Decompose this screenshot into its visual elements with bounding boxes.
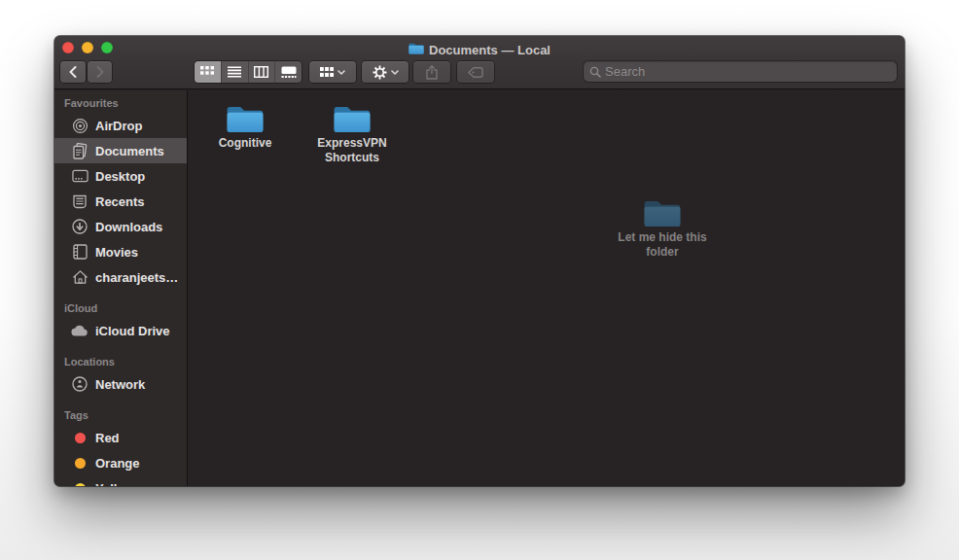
title-folder-icon — [408, 42, 424, 57]
documents-icon — [71, 142, 89, 159]
list-view-icon — [228, 66, 241, 78]
sidebar-item-label: iCloud Drive — [95, 324, 170, 338]
sidebar-item-network[interactable]: Network — [54, 371, 187, 397]
gear-icon — [373, 65, 387, 80]
folder-icon — [643, 197, 682, 228]
file-name: Let me hide this folder — [612, 230, 713, 260]
yellow-tag-icon — [71, 479, 89, 486]
magnifier-icon — [589, 66, 601, 78]
sidebar-item-airdrop[interactable]: AirDrop — [54, 113, 187, 138]
file-name: Cognitive — [219, 136, 272, 151]
minimize-button[interactable] — [82, 42, 93, 53]
column-view-icon — [254, 66, 268, 78]
folder-icon — [333, 103, 372, 133]
home-icon — [71, 268, 89, 286]
icon-view-button[interactable] — [195, 61, 221, 83]
sidebar-item-label: Documents — [95, 144, 164, 158]
sidebar-section-favourites: Favourites — [54, 96, 187, 113]
file-browser-area[interactable]: Cognitive ExpressVPN Shortcuts Let me hi… — [189, 90, 905, 486]
close-button[interactable] — [62, 42, 74, 53]
sidebar-item-recents[interactable]: Recents — [54, 189, 187, 214]
sidebar-item-label: Yellow — [95, 481, 134, 487]
sidebar-tag-yellow[interactable]: Yellow — [54, 475, 187, 486]
sidebar-item-movies[interactable]: Movies — [54, 239, 187, 264]
window-title: Documents — Local — [429, 43, 551, 57]
sidebar: Favourites AirDrop — [54, 90, 188, 486]
view-switcher — [195, 61, 302, 83]
sidebar-item-icloud-drive[interactable]: iCloud Drive — [54, 318, 187, 343]
back-button[interactable] — [60, 61, 86, 83]
chevron-down-icon — [391, 70, 399, 75]
airdrop-icon — [71, 117, 89, 134]
group-by-dropdown[interactable] — [309, 61, 356, 83]
chevron-left-icon — [69, 66, 77, 78]
file-name: ExpressVPN Shortcuts — [302, 136, 403, 165]
column-view-button[interactable] — [248, 61, 275, 83]
sidebar-item-downloads[interactable]: Downloads — [54, 214, 187, 239]
tag-button[interactable] — [457, 61, 494, 83]
recents-icon — [71, 192, 89, 210]
movies-icon — [71, 243, 89, 261]
gallery-view-icon — [281, 66, 297, 78]
share-icon — [426, 65, 438, 80]
cloud-icon — [71, 322, 89, 339]
sidebar-tag-orange[interactable]: Orange — [54, 450, 187, 475]
sidebar-item-label: Downloads — [95, 220, 162, 234]
finder-window: Documents — Local — [54, 36, 905, 486]
tag-icon — [468, 67, 483, 78]
sidebar-item-label: Recents — [95, 194, 145, 209]
file-item-expressvpn-shortcuts[interactable]: ExpressVPN Shortcuts — [302, 103, 403, 165]
share-button[interactable] — [413, 61, 450, 83]
sidebar-item-label: Red — [95, 431, 120, 445]
window-header: Documents — Local — [54, 36, 905, 89]
gallery-view-button[interactable] — [274, 61, 302, 83]
toolbar — [54, 61, 905, 85]
downloads-icon — [71, 218, 89, 235]
sidebar-item-label: Desktop — [95, 169, 145, 184]
sidebar-item-home[interactable]: charanjeets… — [54, 264, 187, 290]
search-input[interactable] — [605, 64, 891, 79]
folder-icon — [226, 103, 265, 133]
sidebar-item-label: Movies — [95, 245, 138, 260]
group-icon — [320, 66, 334, 78]
traffic-lights — [62, 42, 113, 53]
sidebar-tag-red[interactable]: Red — [54, 425, 187, 450]
network-globe-icon — [71, 375, 89, 393]
icon-view-icon — [200, 66, 214, 78]
orange-tag-icon — [71, 454, 89, 472]
file-item-cognitive[interactable]: Cognitive — [195, 103, 296, 151]
search-field[interactable] — [584, 61, 897, 82]
sidebar-item-label: charanjeets… — [95, 270, 178, 285]
red-tag-icon — [71, 429, 89, 446]
chevron-right-icon — [96, 66, 104, 78]
sidebar-section-tags: Tags — [54, 408, 187, 425]
sidebar-section-icloud: iCloud — [54, 301, 187, 318]
list-view-button[interactable] — [221, 61, 248, 83]
chevron-down-icon — [337, 70, 345, 75]
sidebar-item-documents[interactable]: Documents — [54, 138, 187, 163]
desktop-icon — [71, 167, 89, 185]
sidebar-section-locations: Locations — [54, 355, 187, 371]
action-gear-dropdown[interactable] — [362, 61, 408, 83]
sidebar-item-desktop[interactable]: Desktop — [54, 163, 187, 189]
sidebar-item-label: Orange — [95, 456, 140, 471]
zoom-button[interactable] — [101, 42, 113, 53]
titlebar[interactable]: Documents — Local — [54, 36, 905, 58]
sidebar-item-label: AirDrop — [95, 119, 142, 133]
sidebar-item-label: Network — [95, 377, 145, 392]
file-item-hidden-folder[interactable]: Let me hide this folder — [612, 197, 713, 260]
forward-button[interactable] — [88, 61, 112, 83]
